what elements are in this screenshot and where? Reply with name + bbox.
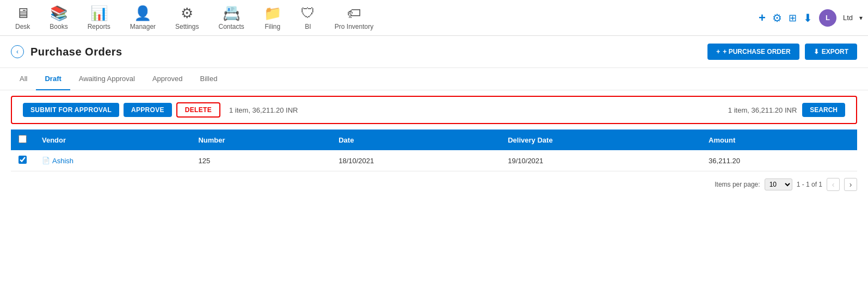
pagination: Items per page: 10 25 50 100 1 - 1 of 1 … [0, 171, 868, 198]
title-actions: + + PURCHASE ORDER ⬇ EXPORT [707, 44, 857, 60]
top-nav: 🖥 Desk 📚 Books 📊 Reports 👤 Manager ⚙ Set… [0, 0, 868, 36]
nav-item-contacts[interactable]: 📇 Contacts [208, 1, 254, 35]
export-icon: ⬇ [814, 48, 819, 56]
nav-item-manager[interactable]: 👤 Manager [120, 1, 165, 35]
export-button[interactable]: ⬇ EXPORT [805, 44, 857, 60]
page-title: Purchase Orders [30, 46, 122, 58]
table-header-row: Vendor Number Date Delivery Date Amount [11, 130, 857, 150]
delivery-date-cell: 19/10/2021 [500, 150, 701, 171]
bi-icon: 🛡 [301, 5, 315, 22]
gear-icon[interactable]: ⚙ [772, 11, 782, 24]
action-bar: SUBMIT FOR APPROVAL APPROVE DELETE 1 ite… [11, 96, 857, 124]
number-header: Number [190, 130, 331, 150]
nav-item-settings[interactable]: ⚙ Settings [165, 1, 208, 35]
nav-label-manager: Manager [130, 23, 156, 30]
select-all-checkbox[interactable] [19, 135, 27, 143]
delete-button[interactable]: DELETE [176, 102, 220, 118]
top-right-actions: + ⚙ ⊞ ⬇ L Ltd ▾ [759, 9, 863, 27]
nav-label-books: Books [50, 23, 67, 30]
table-container: Vendor Number Date Delivery Date Amount … [0, 130, 868, 171]
contacts-icon: 📇 [223, 5, 240, 22]
back-arrow-icon: ‹ [16, 48, 19, 56]
right-actions: 1 item, 36,211.20 INR SEARCH [728, 103, 845, 117]
filing-icon: 📁 [264, 5, 281, 22]
row-checkbox[interactable] [19, 156, 27, 164]
purchase-orders-table: Vendor Number Date Delivery Date Amount … [11, 130, 857, 171]
nav-item-reports[interactable]: 📊 Reports [78, 1, 120, 35]
amount-cell: 36,211.20 [701, 150, 857, 171]
nav-label-settings: Settings [175, 23, 199, 30]
pro-inventory-icon: 🏷 [347, 5, 361, 22]
nav-label-filing: Filing [264, 23, 280, 30]
search-button[interactable]: SEARCH [802, 103, 845, 117]
amount-header: Amount [701, 130, 857, 150]
purchase-order-button[interactable]: + + PURCHASE ORDER [707, 44, 799, 60]
tab-draft[interactable]: Draft [36, 68, 70, 90]
settings-icon: ⚙ [181, 5, 193, 22]
date-header: Date [331, 130, 500, 150]
nav-label-pro-inventory: Pro Inventory [335, 23, 373, 30]
nav-label-bi: BI [305, 23, 311, 30]
items-per-page-select[interactable]: 10 25 50 100 [765, 178, 792, 190]
tab-awaiting-approval[interactable]: Awaiting Approval [70, 68, 144, 90]
tabs-container: All Draft Awaiting Approval Approved Bil… [0, 68, 868, 90]
submit-for-approval-button[interactable]: SUBMIT FOR APPROVAL [23, 103, 119, 117]
date-cell: 18/10/2021 [331, 150, 500, 171]
vendor-doc-icon: 📄 [42, 157, 50, 164]
tab-billed[interactable]: Billed [192, 68, 226, 90]
nav-item-bi[interactable]: 🛡 BI [291, 1, 325, 35]
download-icon[interactable]: ⬇ [803, 11, 812, 24]
back-button[interactable]: ‹ [11, 45, 24, 58]
items-per-page-label: Items per page: [715, 181, 760, 188]
reports-icon: 📊 [90, 5, 108, 22]
vendor-header: Vendor [34, 130, 190, 150]
item-count-right: 1 item, 36,211.20 INR [728, 106, 797, 114]
pagination-next-button[interactable]: › [844, 178, 857, 191]
table-row: 📄 Ashish 125 18/10/2021 19/10/2021 36,21… [11, 150, 857, 171]
nav-label-desk: Desk [15, 23, 30, 30]
main-content: ‹ Purchase Orders + + PURCHASE ORDER ⬇ E… [0, 36, 868, 302]
row-checkbox-cell [11, 150, 34, 171]
nav-item-filing[interactable]: 📁 Filing [254, 1, 291, 35]
grid-icon[interactable]: ⊞ [789, 12, 797, 24]
item-count: 1 item, 36,211.20 INR [229, 106, 298, 114]
manager-icon: 👤 [134, 5, 151, 22]
desk-icon: 🖥 [16, 5, 30, 22]
nav-label-contacts: Contacts [218, 23, 244, 30]
company-name: Ltd [843, 14, 853, 22]
vendor-cell: 📄 Ashish [34, 150, 190, 171]
vendor-link[interactable]: 📄 Ashish [42, 157, 183, 165]
number-cell: 125 [190, 150, 331, 171]
plus-icon: + [716, 48, 720, 56]
nav-item-books[interactable]: 📚 Books [40, 1, 77, 35]
pagination-prev-button[interactable]: ‹ [827, 178, 840, 191]
approve-button[interactable]: APPROVE [124, 103, 172, 117]
books-icon: 📚 [50, 5, 67, 22]
company-dropdown-arrow[interactable]: ▾ [859, 14, 863, 22]
tab-approved[interactable]: Approved [144, 68, 192, 90]
avatar[interactable]: L [819, 9, 836, 27]
add-button[interactable]: + [759, 11, 766, 25]
nav-item-pro-inventory[interactable]: 🏷 Pro Inventory [325, 1, 383, 35]
title-bar: ‹ Purchase Orders + + PURCHASE ORDER ⬇ E… [0, 36, 868, 68]
tab-all[interactable]: All [11, 68, 36, 90]
checkbox-header [11, 130, 34, 150]
delivery-date-header: Delivery Date [500, 130, 701, 150]
nav-item-desk[interactable]: 🖥 Desk [5, 1, 40, 35]
nav-label-reports: Reports [88, 23, 110, 30]
pagination-range: 1 - 1 of 1 [797, 181, 822, 188]
